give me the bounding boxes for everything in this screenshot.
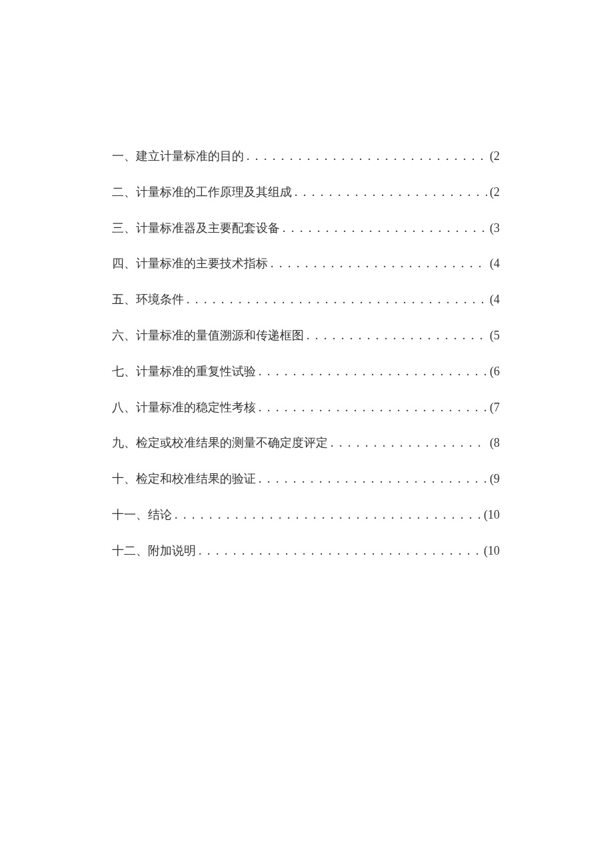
toc-entry: 一、建立计量标准的目的 (2 — [112, 147, 500, 166]
toc-dots — [247, 147, 487, 166]
toc-dots — [199, 541, 481, 561]
toc-page-number: (10 — [484, 505, 500, 525]
toc-page-number: (4 — [490, 254, 500, 273]
toc-entry: 十一、结论 (10 — [112, 505, 500, 525]
toc-page-number: (2 — [490, 147, 500, 166]
toc-page-number: (10 — [484, 541, 500, 561]
toc-dots — [271, 254, 487, 273]
toc-page-number: (3 — [490, 219, 500, 238]
toc-page-number: (7 — [490, 398, 500, 417]
toc-title: 一、建立计量标准的目的 — [112, 147, 244, 166]
toc-page-number: (2 — [490, 183, 500, 202]
toc-title: 四、计量标准的主要技术指标 — [112, 254, 268, 273]
toc-title: 五、环境条件 — [112, 290, 184, 309]
toc-page-number: (5 — [490, 326, 500, 345]
toc-dots — [259, 362, 487, 381]
toc-entry: 十二、附加说明 (10 — [112, 541, 500, 561]
toc-entry: 二、计量标准的工作原理及其组成 (2 — [112, 183, 500, 202]
toc-page-number: (6 — [490, 362, 500, 381]
toc-dots — [187, 290, 487, 309]
toc-entry: 九、检定或校准结果的测量不确定度评定 (8 — [112, 433, 500, 453]
toc-dots — [283, 219, 487, 238]
toc-entry: 十、检定和校准结果的验证 (9 — [112, 469, 500, 489]
toc-entry: 五、环境条件 (4 — [112, 290, 500, 309]
toc-entry: 三、计量标准器及主要配套设备 (3 — [112, 219, 500, 238]
toc-title: 三、计量标准器及主要配套设备 — [112, 219, 280, 238]
toc-dots — [259, 469, 487, 489]
toc-title: 六、计量标准的量值溯源和传递框图 — [112, 326, 304, 345]
toc-entry: 六、计量标准的量值溯源和传递框图 (5 — [112, 326, 500, 345]
toc-title: 七、计量标准的重复性试验 — [112, 362, 256, 381]
toc-title: 十一、结论 — [112, 505, 172, 525]
toc-dots — [259, 398, 487, 417]
toc-dots — [306, 326, 487, 345]
toc-title: 二、计量标准的工作原理及其组成 — [112, 183, 292, 202]
toc-title: 十、检定和校准结果的验证 — [112, 469, 256, 489]
toc-entry: 八、计量标准的稳定性考核 (7 — [112, 398, 500, 417]
toc-title: 十二、附加说明 — [112, 541, 196, 561]
toc-entry: 七、计量标准的重复性试验 (6 — [112, 362, 500, 381]
toc-entry: 四、计量标准的主要技术指标 (4 — [112, 254, 500, 273]
toc-dots — [295, 183, 487, 202]
toc-dots — [330, 433, 487, 453]
toc-page-number: (8 — [490, 433, 500, 453]
toc-page: 一、建立计量标准的目的 (2 二、计量标准的工作原理及其组成 (2 三、计量标准… — [0, 0, 613, 561]
toc-title: 八、计量标准的稳定性考核 — [112, 398, 256, 417]
toc-title: 九、检定或校准结果的测量不确定度评定 — [112, 433, 328, 453]
toc-page-number: (9 — [490, 469, 500, 489]
toc-page-number: (4 — [490, 290, 500, 309]
toc-dots — [175, 505, 481, 525]
